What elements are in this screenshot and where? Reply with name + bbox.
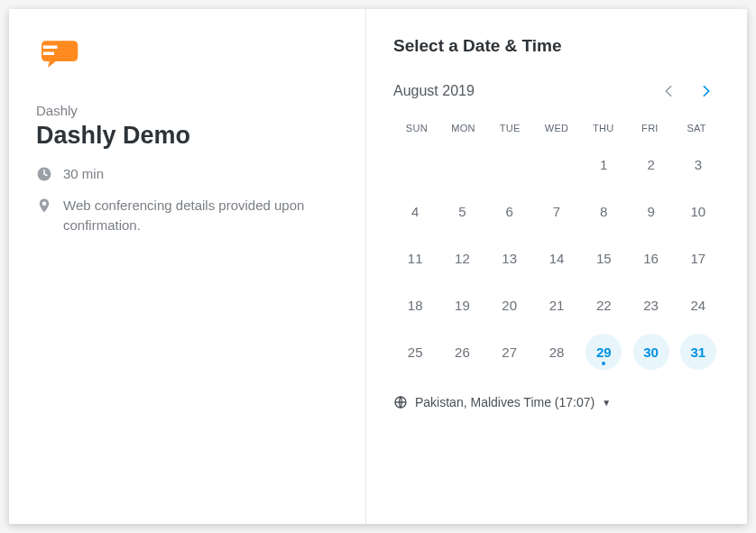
dow-label: TUE [486, 123, 533, 133]
calendar-day: 8 [582, 189, 625, 233]
today-indicator-dot [602, 362, 605, 365]
dow-label: MON [440, 123, 487, 133]
calendar-day: 17 [677, 236, 720, 280]
calendar-day: 28 [535, 330, 578, 373]
calendar-day: 15 [582, 236, 625, 280]
brand-logo [41, 36, 79, 69]
provider-name: Dashly [36, 103, 338, 118]
calendar-day: 18 [393, 283, 437, 326]
calendar-day: 3 [677, 142, 720, 186]
calendar-day-available[interactable]: 29 [585, 334, 622, 370]
calendar-day: 22 [582, 283, 625, 326]
globe-icon [393, 395, 408, 409]
calendar-day: 1 [582, 142, 625, 186]
calendar-day: 20 [488, 283, 531, 326]
calendar-day: 2 [629, 142, 672, 186]
calendar-day: 19 [440, 283, 484, 326]
calendar-day: 12 [440, 236, 484, 280]
location-row: Web conferencing details provided upon c… [36, 196, 338, 236]
location-label: Web conferencing details provided upon c… [63, 196, 338, 236]
event-title: Dashly Demo [36, 122, 338, 150]
svg-rect-1 [43, 52, 54, 56]
calendar-day: 11 [393, 236, 437, 280]
calendar-day: 21 [535, 283, 578, 326]
next-month-button[interactable] [693, 78, 720, 105]
calendar-day: 4 [393, 189, 437, 233]
dow-label: FRI [627, 123, 674, 133]
calendar-day: 26 [440, 330, 484, 373]
location-pin-icon [36, 198, 52, 214]
chevron-left-icon [663, 85, 674, 97]
calendar-day: 27 [488, 330, 531, 373]
prev-month-button[interactable] [655, 78, 682, 105]
calendar-day: 13 [488, 236, 531, 280]
month-label: August 2019 [393, 83, 475, 99]
calendar-day: 6 [488, 189, 531, 233]
calendar-grid: 1234567891011121314151617181920212223242… [393, 142, 720, 373]
duration-row: 30 min [36, 164, 338, 185]
booking-card: Dashly Dashly Demo 30 min Web conferenci… [9, 9, 747, 524]
calendar-day: 10 [677, 189, 720, 233]
caret-down-icon: ▼ [602, 398, 611, 408]
dow-label: SUN [393, 123, 440, 133]
dow-label: SAT [673, 123, 720, 133]
timezone-label: Pakistan, Maldives Time (17:07) [415, 395, 595, 409]
month-nav [655, 78, 720, 105]
calendar-day: 24 [677, 283, 720, 326]
chevron-right-icon [701, 85, 712, 97]
section-title: Select a Date & Time [393, 36, 720, 56]
calendar-panel: Select a Date & Time August 2019 SUNMONT… [366, 9, 747, 524]
dow-label: THU [580, 123, 627, 133]
calendar-day-available[interactable]: 31 [680, 334, 716, 370]
calendar-day: 5 [440, 189, 484, 233]
calendar-day: 23 [629, 283, 672, 326]
month-row: August 2019 [393, 78, 720, 105]
calendar-day: 9 [629, 189, 672, 233]
calendar-day: 7 [535, 189, 578, 233]
day-of-week-header: SUNMONTUEWEDTHUFRISAT [393, 123, 720, 133]
calendar-day-available[interactable]: 30 [633, 334, 669, 370]
dow-label: WED [533, 123, 580, 133]
calendar-day: 14 [535, 236, 578, 280]
event-info-panel: Dashly Dashly Demo 30 min Web conferenci… [9, 9, 366, 524]
duration-label: 30 min [63, 164, 104, 185]
calendar-day: 25 [393, 330, 437, 373]
clock-icon [36, 166, 52, 182]
calendar-day: 16 [629, 236, 672, 280]
svg-rect-0 [43, 46, 58, 50]
timezone-selector[interactable]: Pakistan, Maldives Time (17:07) ▼ [393, 395, 720, 409]
